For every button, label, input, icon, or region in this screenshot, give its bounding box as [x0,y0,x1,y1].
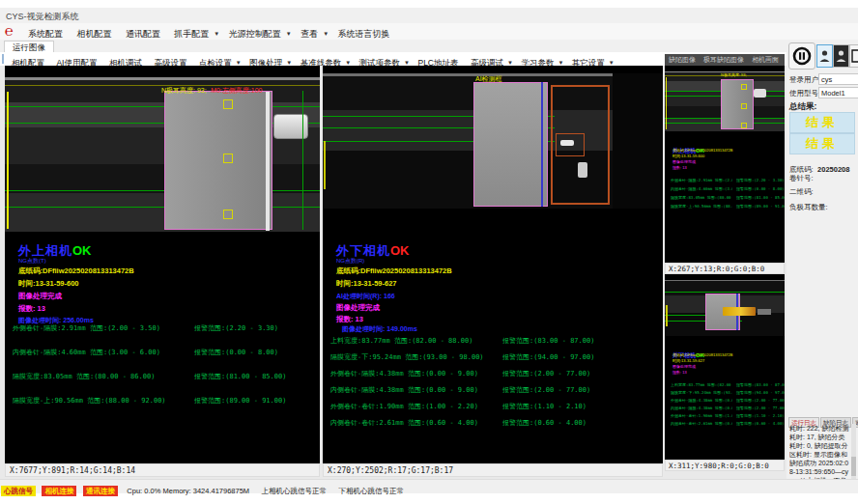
measure-row: 隔膜宽度-上:90.56mm 范围:(88.00 - 92.00) [671,204,732,209]
user-button[interactable] [816,44,833,68]
count-text: 报数: 13 [336,315,363,324]
measure-row: 上料宽度:83.77mm 范围:(82.00 - 88.00) [671,382,732,387]
mini-tab-tab-defect[interactable]: 极耳缺陷图像 [703,56,744,63]
alarm-range: 报警范围:(0.60 - 4.00) [502,418,586,428]
annotation-height: N极耳高度: 93; [721,72,747,77]
edge-marker-yellow [666,305,668,326]
result-display-upper: 结果 [789,112,855,133]
camera-image-lower: AI检测框 [323,73,663,209]
roll-pin-label: 卷针号: [789,174,814,183]
model-field[interactable] [818,87,858,98]
dark-structure [758,309,771,315]
chevron-down-icon: ▼ [214,31,219,37]
alarm-range: 报警范围:(0.60 - 4.00) [736,421,785,426]
edge-marker-blue [541,82,543,207]
alarm-range: 报警范围:(2.00 - 77.00) [736,398,785,403]
alarm-range: 报警范围:(83.00 - 87.00) [502,336,594,346]
comm-connect-badge: 通讯连接 [83,486,118,496]
alarm-range: 报警范围:(81.00 - 85.00) [194,372,286,381]
camera-connect-badge: 相机连接 [42,486,76,496]
pixel-status-lower: X:270;Y:2502;R:17;G:17;B:17 [323,463,663,477]
mini-view-lower[interactable]: 外下相机OK 底纸码:DFfiiw2025020813313472B 时间:13… [665,274,785,460]
alarm-range: 报警范围:(89.00 - 91.00) [194,396,286,406]
alarm-range: 报警范围:(94.00 - 97.00) [502,352,594,362]
alarm-range: 报警范围:(0.00 - 8.00) [736,186,785,191]
barcode-text: 底纸码:DFfiiw2025020813313472B [18,266,134,276]
ng-count-label: NG点数(R) [336,257,364,266]
app-window: CYS-视觉检测系统 ℮ 系统配置 相机配置 通讯配置 抓手配置▼ 光源控制配置… [0,0,858,504]
mini-tab-camera-view[interactable]: 相机画面 [752,56,779,63]
mini-pixel-status-upper: X:267;Y:13;R:0;G:0;B:0 [665,263,785,274]
tab-strip: 运行图像 [0,40,858,53]
measure-row: 内侧卷针-隔膜:4.60mm 范围:(3.00 - 6.00) [13,348,160,357]
alarm-range: 报警范围:(0.00 - 8.00) [194,348,278,357]
cell-region [473,82,548,207]
barcode-text: 底纸码:DFfiiw2025020813313472B [672,148,732,153]
time-text: 时间:13-31-59-627 [672,358,704,363]
weld-spot [578,162,587,178]
cell-edge-highlight [266,92,270,231]
annotation-height: N极耳高度: 93; [161,87,207,94]
alarm-range: 报警范围:(2.20 - 3.30) [736,178,785,182]
logout-button[interactable] [849,44,858,68]
ai-detect-inner-box [556,133,585,156]
measure-row: 隔膜宽度:83.05mm 范围:(80.00 - 86.00) [13,372,155,381]
ai-box-label: AI检测框 [475,74,502,84]
sidebar: 登录用户: 使用型号: 总结果: 结果 结果 底纸码: 20250208 卷针号… [786,41,858,492]
pixel-status-upper: X:7677;Y:891;R:14;G:14;B:14 [5,463,320,477]
count-text: 报数: 13 [672,370,687,375]
measure-line [665,292,785,293]
alarm-range: 报警范围:(83.00 - 87.00) [736,382,785,387]
camera-name: 外上相机 [18,243,72,258]
log-text: 耗时: 222, 缺陷检测耗时: 17, 缺陷分类耗时: 0, 缺陷提取分区耗时… [789,424,849,484]
barcode-text: 底纸码:DFfiiw2025020813313472B [672,352,732,357]
qr-code-label: 二维码: [789,187,814,197]
measure-row: 外侧卷针-卷针:1.90mm 范围:(1.00 - 2.20) [330,402,478,411]
result-ok: OK [390,243,410,258]
process-done-text: 图像处理完成 [672,159,696,164]
alarm-range: 报警范围:(94.00 - 97.00) [736,390,785,395]
window-title: CYS-视觉检测系统 [6,11,79,23]
measure-row: 外侧卷针-卷针:1.90mm 范围:(1.00 - 2.20) [671,413,732,418]
user-dark-icon [836,49,846,63]
edge-marker-yellow [666,77,667,129]
login-user-field[interactable] [818,73,858,85]
mini-tab-defect-image[interactable]: 缺陷图像 [669,56,696,63]
measure-row: 上料宽度:83.77mm 范围:(82.00 - 88.00) [330,336,472,346]
camera-view-upper[interactable]: N极耳高度: 93; M0:左侧高度:100 外上相机OK NG点数(T) 底纸… [5,66,320,463]
upper-heartbeat-text: 上相机心跳信号正常 [262,487,328,495]
time-text: 时间:13-31-59-627 [336,279,397,289]
mini-view-upper[interactable]: N极耳高度: 93; 外上相机OK 底纸码:DFfiiw202502081331… [665,66,785,263]
weld-spot [560,140,574,146]
chevron-down-icon: ▼ [323,31,329,37]
result-ok: OK [72,243,92,258]
scrollbar-thumb[interactable] [851,457,856,476]
barcode-text: 底纸码:DFfiiw2025020813313472B [336,266,452,276]
measure-line [5,106,320,107]
mini-pixel-status-lower: X:311;Y:980;R:0;G:0;B:0 [665,460,785,471]
process-done-text: 图像处理完成 [672,364,696,369]
mini-image [665,280,785,336]
pause-button[interactable] [788,42,815,70]
camera-image-upper: N极耳高度: 93; M0:左侧高度:100 [5,77,320,232]
operator-button[interactable] [833,44,849,68]
edge-marker-yellow [324,141,326,189]
mini-tabs: 缺陷图像极耳缺陷图像相机画面 [665,54,785,66]
measure-row: 外侧卷针-隔膜:4.38mm 范围:(0.00 - 9.00) [330,369,478,378]
cell-region [164,91,272,230]
alarm-range: 报警范围:(1.10 - 2.10) [502,402,586,411]
alarm-range: 报警范围:(2.00 - 77.00) [502,369,590,378]
time-text: 时间:13-31-59-600 [672,154,704,158]
menu-bar: ℮ 系统配置 相机配置 通讯配置 抓手配置▼ 光源控制配置▼ 查看▼ 系统语言切… [0,23,858,40]
tab-marker [223,99,233,109]
image-annotation: N极耳高度: 93; M0:左侧高度:100 [161,79,262,97]
ai-time-text: AI处理时间(R): 166 [336,292,395,301]
log-scrollbar[interactable] [851,424,856,484]
measure-row: 隔膜宽度-下:95.24mm 范围:(93.00 - 98.00) [330,352,484,362]
measure-line [5,190,320,191]
measure-row: 内侧卷针-隔膜:4.38mm 范围:(0.00 - 9.00) [671,406,732,410]
status-bar: 心跳信号 相机连接 通讯连接 Cpu: 0.0% Memory: 3424.41… [0,479,858,493]
cpu-memory-text: Cpu: 0.0% Memory: 3424.41796875M [127,487,249,495]
camera-view-lower[interactable]: AI检测框 外下相机OK NG点数(R) 底纸码:DFfiiw202502081… [323,66,663,463]
tab-marker [741,84,747,90]
